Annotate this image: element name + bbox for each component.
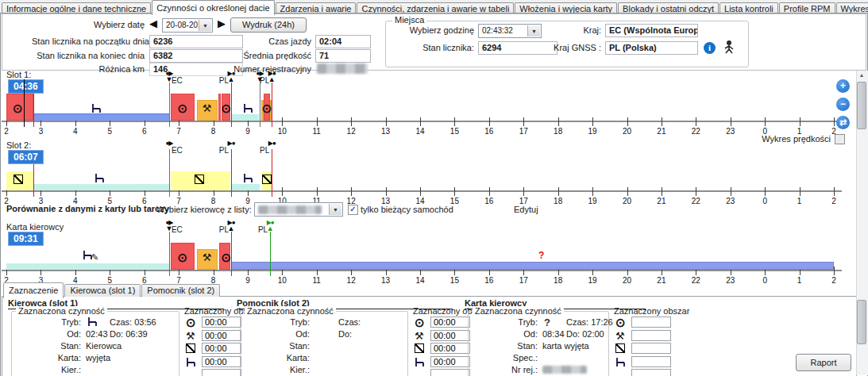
axis-tick-label: 2 [831,276,836,285]
only-current-vehicle-checkbox[interactable]: ✓ [348,205,358,215]
activity-segment-driving[interactable] [218,94,220,121]
odometer-end-label: Stan licznika na koniec dnia [32,51,145,60]
axis-tick [386,187,387,196]
axis-tick-label: 3 [39,127,44,136]
driver-select[interactable]: ▼ [254,202,343,217]
activity-segment-rest_cyan[interactable] [231,184,260,190]
area-duration-input[interactable] [631,317,671,328]
unknown-activity-marker: ? [538,250,544,261]
next-day-button[interactable]: ▶ [218,17,226,29]
axis-tick-label: 2 [831,197,836,205]
geolocation-person-icon[interactable] [721,40,736,56]
axis-tick-label: 16 [484,197,493,205]
area-duration-input[interactable] [202,356,241,367]
rest-icon [243,173,253,185]
rest-icon [415,357,425,369]
selected-activity-title: Zaznaczona czynność [245,306,336,316]
scrollbar-thumb[interactable] [857,82,866,129]
axis-tick-label: 0 [762,197,767,205]
report-button[interactable]: Raport [796,354,851,371]
area-duration-input[interactable] [430,369,470,376]
area-duration-input[interactable] [202,317,241,328]
axis-tick-label: 20 [623,127,631,136]
axis-tick-label: 5 [107,127,112,136]
zoom-in-button[interactable]: + [836,79,850,93]
zoom-fit-button[interactable]: ⇄ [836,116,850,129]
area-duration-input[interactable] [631,330,671,341]
odometer-start-label: Stan licznika na początku dnia [32,36,145,46]
area-duration-input[interactable] [430,317,470,328]
chevron-down-icon[interactable]: ▼ [329,204,341,215]
print-24h-button[interactable]: Wydruk (24h) [230,17,307,33]
activity-segment-rest_cyan[interactable] [231,114,259,121]
time-select[interactable]: 02:43:32 ▼ [478,24,542,38]
axis-tick-label: 1 [797,276,802,285]
axis-tick [662,117,662,126]
chevron-down-icon[interactable]: ▼ [527,25,540,36]
activity-segment-rest_cyan[interactable] [33,184,169,190]
axis-tick-label: 0 [762,276,767,285]
selection-tab-2[interactable]: Kierowca (slot 1) [64,284,141,297]
area-duration-input[interactable] [430,330,470,341]
date-select[interactable]: 20-08-2019 ▼ [162,18,213,33]
axis-tick [386,117,387,126]
scrollbar-up-icon[interactable]: ▲ [857,71,866,80]
slot1-label: Slot 1: [6,70,31,79]
area-duration-input[interactable] [430,343,470,354]
field-value: 02:43 [86,329,108,339]
gnss-country-label: Kraj GNSS : [540,43,601,52]
axis-tick-label: 21 [657,127,665,136]
work-icon: ⚒ [186,331,195,341]
driving-icon: ⊙ [177,252,187,263]
chevron-down-icon[interactable]: ▼ [199,20,211,31]
activity-segment-rest_cyan[interactable] [6,263,169,270]
speed-chart-checkbox[interactable] [835,134,845,144]
axis-tick [420,117,421,126]
work-icon: ⚒ [415,331,424,341]
field-label: Stan: [13,341,81,351]
slot1-duration-badge: 04:36 [8,79,44,94]
activity-segment-unknown[interactable] [231,262,834,270]
axis-tick-label: 22 [692,197,700,205]
odometer-end-field[interactable]: 6382 [149,49,243,63]
time-axis [2,121,842,122]
tab-2[interactable]: Czynności o określonej dacie [152,0,274,15]
axis-tick [592,187,593,196]
axis-tick-label: 16 [484,127,493,136]
driving-icon: ⊙ [415,317,425,328]
axis-tick-label: 19 [588,276,597,285]
axis-tick-label: 13 [381,127,390,136]
field-value: wyjęta [86,353,110,363]
tachograph-daily-activities-window: Informacje ogólne i dane techniczneCzynn… [0,0,868,376]
area-duration-input[interactable] [202,343,241,354]
driving-icon: ⊙ [177,103,187,113]
area-duration-input[interactable] [430,356,470,367]
axis-tick-label: 17 [519,276,528,285]
axis-tick [558,187,559,196]
axis-tick-label: 14 [415,127,424,136]
area-duration-input[interactable] [631,343,671,354]
area-duration-input[interactable] [631,356,671,367]
field-value: Czas: 03:56 [110,317,156,327]
drive-time-field: 02:04 [315,35,371,48]
selected-time-cursor[interactable] [24,79,25,127]
selection-tab-3[interactable]: Pomocnik (slot 2) [141,284,220,297]
edit-link[interactable]: Edytuj [514,205,538,214]
selection-tab-1[interactable]: Zaznaczenie [3,282,64,298]
availability-icon [14,175,23,184]
zoom-out-button[interactable]: − [836,98,850,111]
country-label: Kraj: [556,25,601,35]
rest-icon [87,317,98,328]
scrollbar-thumb-bottom[interactable] [857,300,866,344]
axis-tick-label: 15 [450,276,459,285]
axis-tick [454,187,455,196]
odometer-start-field[interactable]: 6236 [149,35,243,48]
area-duration-input[interactable] [631,369,671,376]
axis-tick [282,117,283,126]
time-axis [2,270,842,271]
prev-day-button[interactable]: ◀ [149,17,157,29]
info-icon[interactable]: i [704,42,716,54]
area-duration-input[interactable] [202,369,241,376]
axis-tick-label: 10 [278,276,287,285]
area-duration-input[interactable] [202,330,241,341]
